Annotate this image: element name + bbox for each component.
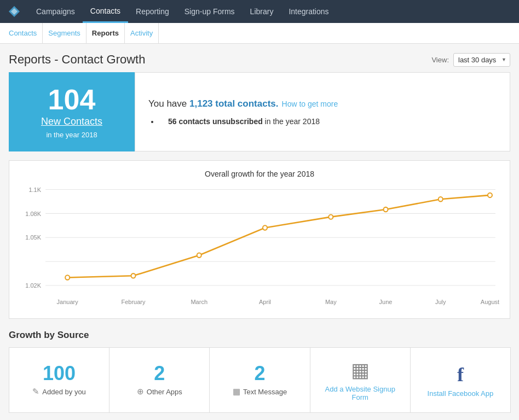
nav-signup-forms[interactable]: Sign-up Forms xyxy=(177,0,243,23)
nav-reporting[interactable]: Reporting xyxy=(128,0,177,23)
svg-point-20 xyxy=(263,225,267,230)
pre-text: You have xyxy=(148,98,189,109)
svg-point-21 xyxy=(328,214,333,219)
unsub-count: 56 contacts unsubscribed xyxy=(168,117,263,126)
chart-container: 1.1K 1.08K 1.05K 1.02K January February … xyxy=(18,184,501,310)
svg-text:February: February xyxy=(121,298,145,305)
sub-navigation: Contacts Segments Reports Activity xyxy=(0,23,519,44)
svg-text:1.02K: 1.02K xyxy=(25,282,41,289)
added-by-you-label: Added by you xyxy=(42,388,86,396)
text-message-label: Text Message xyxy=(243,388,287,396)
top-navigation: Campaigns Contacts Reporting Sign-up For… xyxy=(0,0,519,23)
svg-point-22 xyxy=(384,207,388,212)
svg-text:April: April xyxy=(259,298,271,305)
added-by-you-count: 100 xyxy=(43,364,76,383)
other-apps-count: 2 xyxy=(154,364,165,383)
view-control: View: last 30 days xyxy=(431,53,510,67)
growth-card-facebook[interactable]: f Install Facebook App xyxy=(410,347,511,413)
other-apps-label-row: ⊕ Other Apps xyxy=(137,387,182,396)
svg-point-18 xyxy=(131,273,135,278)
nav-library[interactable]: Library xyxy=(243,0,281,23)
facebook-icon: f xyxy=(457,363,464,386)
nav-contacts[interactable]: Contacts xyxy=(83,0,128,23)
new-contacts-label: New Contacts xyxy=(41,116,102,127)
svg-point-24 xyxy=(488,193,492,197)
svg-point-19 xyxy=(197,253,201,258)
stats-box: 104 New Contacts in the year 2018 xyxy=(9,72,135,151)
unsub-suffix: in the year 2018 xyxy=(263,117,320,126)
unsub-line: 56 contacts unsubscribed in the year 201… xyxy=(168,117,320,126)
growth-chart-svg: 1.1K 1.08K 1.05K 1.02K January February … xyxy=(18,184,501,310)
main-content: 104 New Contacts in the year 2018 You ha… xyxy=(0,72,519,420)
growth-section-title: Growth by Source xyxy=(9,330,510,341)
subnav-reports[interactable]: Reports xyxy=(86,23,125,44)
how-to-link[interactable]: How to get more xyxy=(282,100,338,108)
edit-icon: ✎ xyxy=(32,387,39,396)
other-apps-icon: ⊕ xyxy=(137,387,144,396)
subnav-activity[interactable]: Activity xyxy=(125,23,159,44)
text-message-count: 2 xyxy=(254,364,265,383)
growth-card-signup-form[interactable]: ▦ Add a Website Signup Form xyxy=(310,347,411,413)
nav-campaigns[interactable]: Campaigns xyxy=(28,0,83,23)
stats-info-row: 104 New Contacts in the year 2018 You ha… xyxy=(9,72,510,151)
total-contacts-line: You have 1,123 total contacts.How to get… xyxy=(148,98,497,109)
text-message-label-row: ▦ Text Message xyxy=(233,387,287,396)
signup-form-icon: ▦ xyxy=(351,359,370,382)
chart-area: Overall growth for the year 2018 1.1K 1.… xyxy=(9,160,510,319)
growth-card-other-apps: 2 ⊕ Other Apps xyxy=(109,347,210,413)
svg-text:March: March xyxy=(191,298,207,305)
growth-card-added-by-you: 100 ✎ Added by you xyxy=(9,347,109,413)
logo[interactable] xyxy=(5,3,23,20)
view-dropdown[interactable]: last 30 days xyxy=(453,53,510,67)
stats-year-label: in the year 2018 xyxy=(46,131,97,139)
growth-section: Growth by Source 100 ✎ Added by you 2 ⊕ … xyxy=(9,330,510,413)
nav-integrations[interactable]: Integrations xyxy=(281,0,336,23)
subnav-segments[interactable]: Segments xyxy=(43,23,86,44)
view-label: View: xyxy=(431,56,449,64)
new-contacts-number: 104 xyxy=(48,85,96,114)
svg-text:June: June xyxy=(379,298,393,305)
growth-cards: 100 ✎ Added by you 2 ⊕ Other Apps 2 ▦ xyxy=(9,347,510,413)
view-dropdown-wrap: last 30 days xyxy=(453,53,510,67)
info-box: You have 1,123 total contacts.How to get… xyxy=(135,72,510,151)
facebook-cta-text: Install Facebook App xyxy=(428,389,494,398)
other-apps-label: Other Apps xyxy=(147,388,182,396)
svg-text:January: January xyxy=(57,298,79,305)
text-message-icon: ▦ xyxy=(233,387,240,396)
contact-count: 1,123 total contacts. xyxy=(189,98,279,109)
signup-form-cta-text: Add a Website Signup Form xyxy=(316,385,405,401)
svg-text:July: July xyxy=(435,298,446,305)
svg-text:1.08K: 1.08K xyxy=(25,210,41,217)
svg-text:August: August xyxy=(481,298,500,305)
page-header: Reports - Contact Growth View: last 30 d… xyxy=(0,44,519,72)
svg-text:1.05K: 1.05K xyxy=(25,234,41,241)
svg-point-17 xyxy=(65,275,70,279)
svg-point-23 xyxy=(439,197,443,201)
svg-text:1.1K: 1.1K xyxy=(28,186,41,192)
page-title: Reports - Contact Growth xyxy=(9,52,145,67)
added-by-you-label-row: ✎ Added by you xyxy=(32,387,86,396)
svg-text:May: May xyxy=(325,298,337,305)
chart-title: Overall growth for the year 2018 xyxy=(18,170,501,178)
subnav-contacts[interactable]: Contacts xyxy=(9,23,43,44)
growth-card-text-message: 2 ▦ Text Message xyxy=(209,347,310,413)
